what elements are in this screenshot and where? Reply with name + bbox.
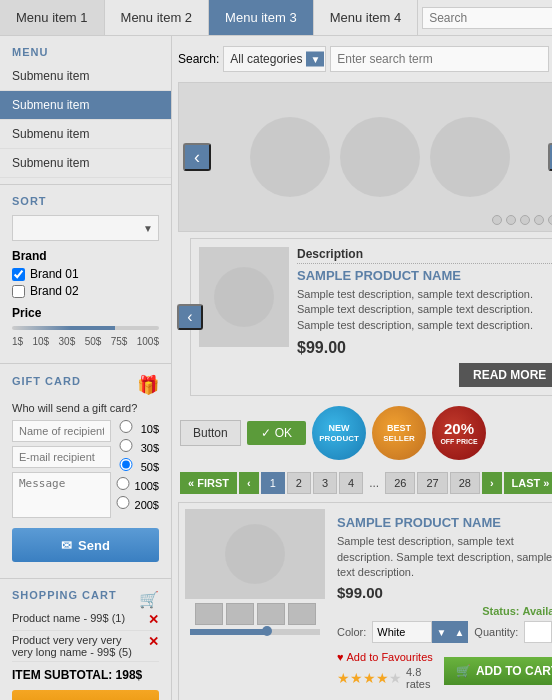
amount-radio-4[interactable] <box>115 477 131 490</box>
gift-email-input[interactable] <box>12 446 111 468</box>
nav-item-3[interactable]: Menu item 3 <box>209 0 314 35</box>
read-more-button[interactable]: READ MORE <box>459 363 552 387</box>
page-26-button[interactable]: 26 <box>385 472 415 494</box>
page-27-button[interactable]: 27 <box>417 472 447 494</box>
sort-section: SORT Brand Brand 01 Brand 02 Price 1$ 10… <box>0 184 171 357</box>
sort-select[interactable] <box>12 215 159 241</box>
product-info: Description SAMPLE PRODUCT NAME Sample t… <box>297 247 552 387</box>
button-normal[interactable]: Button <box>180 420 241 446</box>
cart-item-2: Product very very very very long name - … <box>12 631 159 662</box>
color-up-button[interactable]: ▲ <box>450 621 468 643</box>
amount-radio-2[interactable] <box>115 439 137 452</box>
thumb-3[interactable] <box>257 603 285 625</box>
gift-card-header: GIFT CARD 🎁 <box>12 374 159 396</box>
dot-3[interactable] <box>520 215 530 225</box>
slider-next-button[interactable]: › <box>548 143 552 171</box>
pagination: « FIRST ‹ 1 2 3 4 ... 26 27 28 › LAST » <box>178 470 552 496</box>
amount-radio-1[interactable] <box>115 420 137 433</box>
nav-item-4[interactable]: Menu item 4 <box>314 0 419 35</box>
slide-circle-2 <box>340 117 420 197</box>
send-icon: ✉ <box>61 538 72 553</box>
badge-sale: 20% OFF PRICE <box>432 406 486 460</box>
brand-1-checkbox[interactable] <box>12 268 25 281</box>
star-rating: ★ ★ ★ ★ ★ 4.8 rates <box>337 666 444 690</box>
next-page-button[interactable]: › <box>482 472 502 494</box>
add-to-cart-label: ADD TO CART <box>476 664 552 678</box>
search-label: Search: <box>178 52 219 66</box>
page-2-button[interactable]: 2 <box>287 472 311 494</box>
dot-5[interactable] <box>548 215 552 225</box>
prev-page-button[interactable]: ‹ <box>239 472 259 494</box>
product-price: $99.00 <box>297 339 552 357</box>
sidebar-item-4[interactable]: Submenu item <box>0 149 171 178</box>
gift-form: 10$ 30$ 50$ 100$ 200$ <box>12 420 159 522</box>
gift-message-input[interactable] <box>12 472 111 518</box>
color-select[interactable]: White <box>372 621 432 643</box>
thumb-4[interactable] <box>288 603 316 625</box>
fav-rating: ♥ Add to Favourites ★ ★ ★ ★ ★ 4.8 rates <box>337 651 444 690</box>
add-to-cart-button[interactable]: 🛒 ADD TO CART <box>444 657 552 685</box>
star-1: ★ <box>337 670 350 686</box>
brand-2-checkbox[interactable] <box>12 285 25 298</box>
slider-placeholder <box>179 83 552 231</box>
ok-button[interactable]: ✓ OK <box>247 421 306 445</box>
badge-sale-sub: OFF PRICE <box>440 438 477 446</box>
dot-1[interactable] <box>492 215 502 225</box>
first-page-button[interactable]: « FIRST <box>180 472 237 494</box>
nav-item-1[interactable]: Menu item 1 <box>0 0 105 35</box>
color-down-button[interactable]: ▼ <box>432 621 450 643</box>
gift-amount-2: 30$ <box>115 439 159 456</box>
page-1-button[interactable]: 1 <box>261 472 285 494</box>
dot-4[interactable] <box>534 215 544 225</box>
price-scale: 1$ 10$ 30$ 50$ 75$ 100$ <box>12 336 159 347</box>
product2-controls: Color: White ▼ ▲ Quantity: 1 ▲ ▼ <box>337 621 552 643</box>
gift-icon: 🎁 <box>137 374 159 396</box>
cart-item-1-remove[interactable]: ✕ <box>148 612 159 627</box>
thumb-1[interactable] <box>195 603 223 625</box>
cart-subtotal-label: ITEM SUBTOTAL: <box>12 668 112 682</box>
product2-info: SAMPLE PRODUCT NAME Sample test descript… <box>333 509 552 696</box>
product-image <box>199 247 289 347</box>
gift-amount-3: 50$ <box>115 458 159 475</box>
last-page-button[interactable]: LAST » <box>504 472 552 494</box>
gift-name-input[interactable] <box>12 420 111 442</box>
send-button[interactable]: ✉ Send <box>12 528 159 562</box>
sort-title: SORT <box>12 195 159 207</box>
page-28-button[interactable]: 28 <box>450 472 480 494</box>
cart-title: SHOPPING CART <box>12 589 117 601</box>
search-text-input[interactable] <box>330 46 549 72</box>
fav-link[interactable]: ♥ Add to Favourites <box>337 651 444 663</box>
product-prev-button[interactable]: ‹ <box>177 304 203 330</box>
product-desc-label: Description <box>297 247 552 264</box>
product2-price: $99.00 <box>337 584 552 601</box>
page-3-button[interactable]: 3 <box>313 472 337 494</box>
gift-amount-1: 10$ <box>115 420 159 437</box>
product2-bottom: ♥ Add to Favourites ★ ★ ★ ★ ★ 4.8 rates <box>337 647 552 690</box>
nav-item-2[interactable]: Menu item 2 <box>105 0 210 35</box>
qty-input[interactable]: 1 <box>524 621 552 643</box>
product2-slider-handle[interactable] <box>262 626 272 636</box>
gift-amount-4: 100$ <box>115 477 159 494</box>
cart-add-icon: 🛒 <box>456 664 471 678</box>
sidebar-item-1[interactable]: Submenu item <box>0 62 171 91</box>
slider-prev-button[interactable]: ‹ <box>183 143 211 171</box>
sidebar-item-3[interactable]: Submenu item <box>0 120 171 149</box>
gift-card-title: GIFT CARD <box>12 375 81 387</box>
amount-radio-3[interactable] <box>115 458 137 471</box>
sidebar-item-2[interactable]: Submenu item <box>0 91 171 120</box>
star-2: ★ <box>350 670 363 686</box>
thumb-2[interactable] <box>226 603 254 625</box>
amount-radio-5[interactable] <box>115 496 131 509</box>
cart-item-2-remove[interactable]: ✕ <box>148 634 159 649</box>
badges-row: Button ✓ OK NEW PRODUCT BEST SELLER 20% … <box>178 402 552 464</box>
badge-new-text: NEW <box>329 423 350 434</box>
page-4-button[interactable]: 4 <box>339 472 363 494</box>
nav-search-input[interactable] <box>422 7 552 29</box>
dot-2[interactable] <box>506 215 516 225</box>
brand-title: Brand <box>12 249 159 263</box>
ok-label: OK <box>275 426 292 440</box>
product2-slider-fill <box>190 629 268 635</box>
category-select[interactable]: All categories <box>223 46 326 72</box>
checkout-button[interactable]: 🛒 Checkout <box>12 690 159 700</box>
gift-amounts: 10$ 30$ 50$ 100$ 200$ <box>115 420 159 516</box>
